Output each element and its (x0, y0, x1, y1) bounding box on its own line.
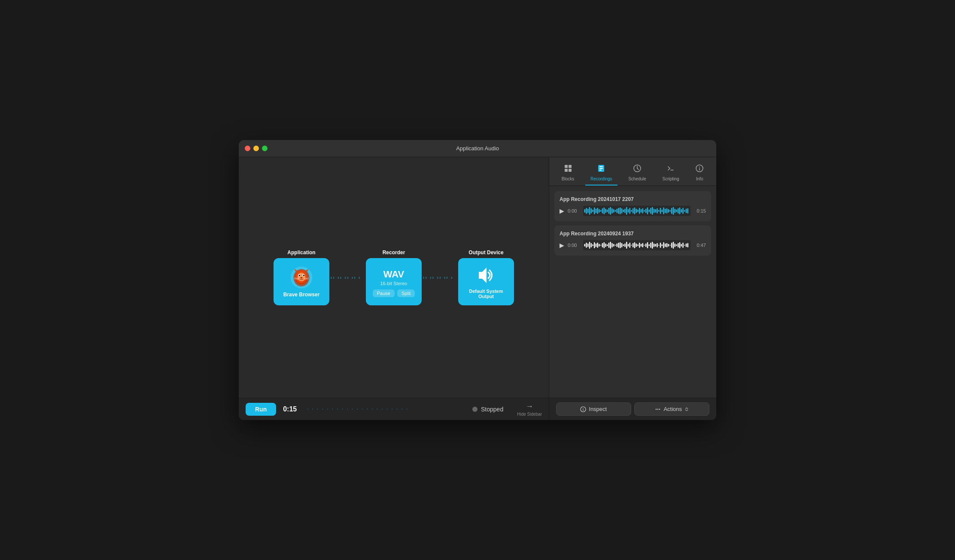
minimize-button[interactable] (253, 146, 259, 151)
recording-title-1: App Recording 20241017 2207 (560, 196, 706, 202)
inspect-label: Inspect (589, 406, 607, 412)
schedule-icon (633, 164, 642, 175)
svg-rect-119 (620, 242, 621, 248)
recorder-block-body[interactable]: WAV 16-bit Stereo Pause Split (366, 258, 422, 305)
svg-rect-123 (626, 242, 627, 249)
svg-rect-56 (623, 210, 624, 212)
tab-blocks[interactable]: Blocks (557, 161, 579, 186)
scripting-tab-label: Scripting (663, 177, 679, 181)
svg-rect-94 (684, 210, 685, 212)
run-button[interactable]: Run (246, 403, 276, 416)
recorder-block[interactable]: Recorder WAV 16-bit Stereo Pause Split (365, 250, 423, 305)
svg-rect-65 (637, 210, 639, 212)
svg-rect-156 (679, 242, 681, 248)
svg-rect-149 (668, 244, 669, 247)
svg-rect-161 (687, 243, 689, 247)
svg-rect-46 (607, 210, 608, 212)
brave-icon (290, 266, 313, 289)
svg-point-9 (299, 275, 300, 277)
svg-rect-108 (602, 243, 603, 247)
svg-rect-32 (584, 209, 586, 213)
svg-rect-87 (673, 207, 674, 215)
inspect-button[interactable]: Inspect (556, 402, 631, 416)
close-button[interactable] (245, 146, 250, 151)
recorder-block-label: Recorder (383, 250, 405, 256)
application-block-body[interactable]: Brave Browser (274, 258, 329, 305)
pipeline: Application (273, 250, 515, 305)
svg-rect-112 (608, 243, 610, 248)
svg-rect-22 (599, 166, 603, 167)
timer-display: 0:15 (283, 405, 300, 413)
recorder-buttons: Pause Split (373, 289, 415, 297)
svg-rect-18 (569, 165, 572, 168)
svg-rect-139 (652, 242, 653, 249)
svg-rect-88 (675, 209, 676, 213)
svg-rect-78 (658, 210, 660, 212)
bottom-bar: Run 0:15 · · · · · · · · · · · · · · · ·… (239, 398, 549, 420)
sidebar-bottom: Inspect Actions (549, 398, 716, 420)
play-button-2[interactable]: ▶ (560, 242, 564, 249)
tab-info[interactable]: Info (690, 161, 709, 186)
svg-rect-47 (608, 208, 610, 214)
recording-card-1[interactable]: App Recording 20241017 2207 ▶ 0:00 (554, 191, 711, 221)
svg-rect-147 (665, 243, 666, 247)
svg-rect-145 (662, 244, 663, 246)
svg-point-165 (656, 408, 657, 409)
svg-rect-129 (636, 243, 637, 247)
application-block-label: Application (287, 250, 315, 256)
svg-rect-97 (584, 244, 586, 247)
svg-rect-117 (617, 243, 618, 247)
svg-rect-100 (589, 242, 590, 249)
tab-recordings[interactable]: Recordings (585, 161, 617, 186)
actions-button[interactable]: Actions (634, 402, 709, 416)
svg-rect-141 (655, 244, 657, 247)
output-block-body[interactable]: Default System Output (458, 258, 514, 305)
hide-sidebar-button[interactable]: → Hide Sidebar (517, 402, 542, 417)
svg-rect-19 (565, 169, 568, 172)
recordings-tab-label: Recordings (590, 177, 612, 181)
connector-2: ›› ›› ›› ›› › (423, 275, 457, 280)
svg-point-10 (303, 275, 304, 277)
hide-sidebar-icon: → (526, 402, 533, 411)
svg-rect-23 (599, 168, 603, 169)
inspect-icon (580, 406, 586, 412)
svg-rect-140 (654, 243, 655, 247)
maximize-button[interactable] (262, 146, 268, 151)
svg-rect-54 (620, 207, 621, 214)
waveform-2 (583, 240, 690, 250)
recording-time-end-1: 0:15 (694, 208, 706, 213)
svg-rect-127 (633, 243, 634, 247)
svg-rect-75 (654, 209, 655, 213)
svg-rect-66 (639, 208, 640, 214)
application-block[interactable]: Application (273, 250, 331, 305)
svg-rect-86 (671, 208, 672, 214)
scripting-icon (666, 164, 675, 175)
svg-point-30 (699, 167, 700, 167)
recording-time-start-2: 0:00 (568, 243, 580, 248)
svg-rect-35 (589, 207, 590, 215)
svg-rect-42 (600, 210, 602, 212)
svg-rect-101 (591, 243, 592, 247)
play-button-1[interactable]: ▶ (560, 207, 564, 214)
recording-card-2[interactable]: App Recording 20240924 1937 ▶ 0:00 (554, 225, 711, 256)
recording-player-2: ▶ 0:00 (560, 240, 706, 250)
svg-rect-69 (644, 210, 645, 212)
svg-rect-48 (610, 207, 611, 215)
svg-rect-64 (636, 209, 637, 213)
tab-schedule[interactable]: Schedule (623, 161, 651, 186)
sidebar-content: App Recording 20241017 2207 ▶ 0:00 (549, 186, 716, 398)
svg-rect-93 (682, 208, 684, 214)
output-block[interactable]: Output Device (457, 250, 515, 305)
svg-rect-24 (599, 170, 602, 170)
info-icon (695, 164, 704, 175)
window-title: Application Audio (456, 145, 499, 152)
split-button[interactable]: Split (397, 289, 415, 297)
pause-button[interactable]: Pause (373, 289, 395, 297)
svg-rect-20 (569, 169, 572, 172)
svg-rect-38 (594, 207, 595, 214)
svg-rect-45 (605, 209, 606, 213)
tab-scripting[interactable]: Scripting (657, 161, 684, 186)
svg-rect-116 (615, 245, 616, 246)
svg-rect-53 (618, 208, 619, 214)
svg-rect-109 (604, 242, 605, 248)
